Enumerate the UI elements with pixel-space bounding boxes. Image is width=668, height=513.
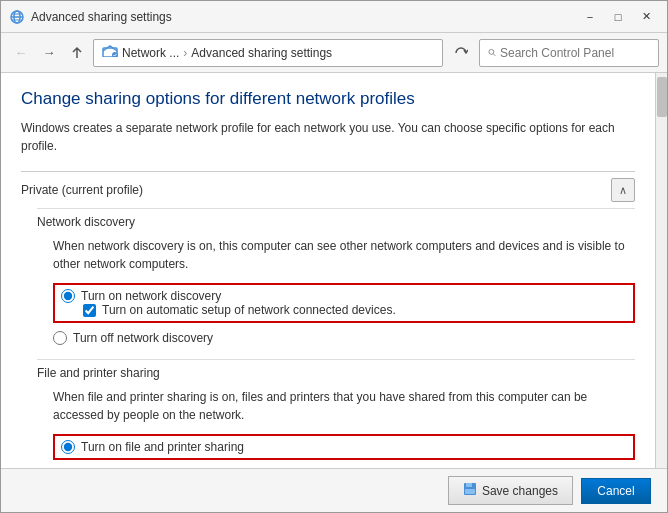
network-discovery-off-option: Turn off network discovery — [53, 331, 635, 345]
page-title: Change sharing options for different net… — [21, 89, 635, 109]
network-discovery-section: Network discovery When network discovery… — [37, 208, 635, 345]
main-content: Change sharing options for different net… — [1, 73, 655, 468]
scrollbar-thumb[interactable] — [657, 77, 667, 117]
back-button[interactable]: ← — [9, 41, 33, 65]
breadcrumb-sep: › — [183, 46, 187, 60]
save-icon — [463, 482, 477, 499]
window: Advanced sharing settings − □ ✕ ← → — [0, 0, 668, 513]
private-collapse-button[interactable]: ∧ — [611, 178, 635, 202]
close-button[interactable]: ✕ — [633, 7, 659, 27]
file-printer-sharing-desc: When file and printer sharing is on, fil… — [53, 388, 635, 424]
cancel-button[interactable]: Cancel — [581, 478, 651, 504]
auto-setup-label[interactable]: Turn on automatic setup of network conne… — [102, 303, 396, 317]
network-discovery-title: Network discovery — [37, 208, 635, 229]
file-printer-on-radio[interactable] — [61, 440, 75, 454]
network-discovery-off-label[interactable]: Turn off network discovery — [73, 331, 213, 345]
save-label: Save changes — [482, 484, 558, 498]
maximize-button[interactable]: □ — [605, 7, 631, 27]
window-title: Advanced sharing settings — [31, 10, 577, 24]
refresh-button[interactable] — [447, 39, 475, 67]
refresh-icon — [454, 46, 468, 60]
private-profile-label: Private (current profile) — [21, 183, 143, 197]
minimize-button[interactable]: − — [577, 7, 603, 27]
forward-button[interactable]: → — [37, 41, 61, 65]
window-icon — [9, 9, 25, 25]
file-printer-on-box: Turn on file and printer sharing — [53, 434, 635, 460]
network-discovery-off-radio[interactable] — [53, 331, 67, 345]
file-printer-sharing-section: File and printer sharing When file and p… — [37, 359, 635, 468]
file-printer-on-label[interactable]: Turn on file and printer sharing — [81, 440, 244, 454]
content-area: Change sharing options for different net… — [1, 73, 667, 468]
search-input[interactable] — [500, 46, 650, 60]
window-controls: − □ ✕ — [577, 7, 659, 27]
breadcrumb: Network ... › Advanced sharing settings — [102, 45, 434, 60]
file-printer-on-option: Turn on file and printer sharing — [61, 440, 627, 454]
footer: Save changes Cancel — [1, 468, 667, 512]
file-printer-sharing-options: Turn on file and printer sharing Turn of… — [53, 434, 635, 468]
network-discovery-desc: When network discovery is on, this compu… — [53, 237, 635, 273]
save-changes-button[interactable]: Save changes — [448, 476, 573, 505]
address-input[interactable]: Network ... › Advanced sharing settings — [93, 39, 443, 67]
svg-line-8 — [493, 54, 495, 56]
page-description: Windows creates a separate network profi… — [21, 119, 635, 155]
up-button[interactable] — [65, 41, 89, 65]
up-icon — [70, 46, 84, 60]
network-discovery-on-label[interactable]: Turn on network discovery — [81, 289, 221, 303]
svg-rect-11 — [465, 489, 475, 494]
breadcrumb-network: Network ... — [122, 46, 179, 60]
network-discovery-on-option: Turn on network discovery — [61, 289, 627, 303]
svg-rect-10 — [466, 483, 472, 487]
breadcrumb-current: Advanced sharing settings — [191, 46, 332, 60]
svg-point-7 — [489, 49, 494, 54]
scrollbar[interactable] — [655, 73, 667, 468]
network-discovery-on-radio[interactable] — [61, 289, 75, 303]
title-bar: Advanced sharing settings − □ ✕ — [1, 1, 667, 33]
network-discovery-options: Turn on network discovery Turn on automa… — [53, 283, 635, 345]
search-box[interactable] — [479, 39, 659, 67]
auto-setup-checkbox[interactable] — [83, 304, 96, 317]
auto-setup-option: Turn on automatic setup of network conne… — [83, 303, 627, 317]
address-bar: ← → Network ... › Advanced sharing — [1, 33, 667, 73]
file-printer-sharing-title: File and printer sharing — [37, 359, 635, 380]
private-profile-header: Private (current profile) ∧ — [21, 172, 635, 208]
breadcrumb-icon — [102, 45, 118, 60]
search-icon — [488, 46, 496, 59]
private-profile-section: Private (current profile) ∧ Network disc… — [21, 171, 635, 468]
network-discovery-on-box: Turn on network discovery Turn on automa… — [53, 283, 635, 323]
